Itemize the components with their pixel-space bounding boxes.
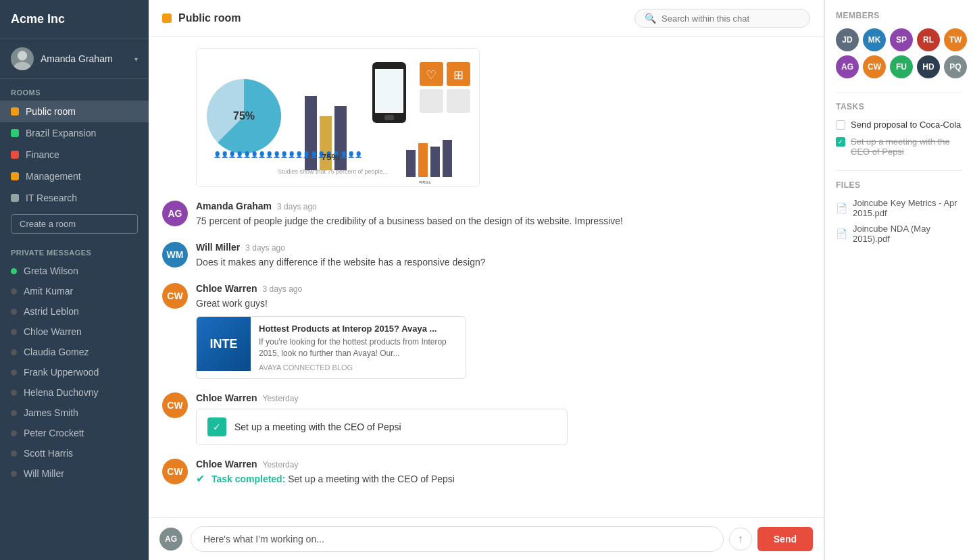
link-preview-card[interactable]: INTE Hottest Products at Interop 2015? A… [196,316,466,379]
pm-item-james[interactable]: James Smith [0,403,149,423]
member-avatar[interactable]: AG [836,55,859,78]
divider [836,92,962,93]
online-status-dot [11,410,17,416]
online-status-dot [11,329,17,335]
sidebar-item-public-room[interactable]: Public room [0,101,149,122]
send-button[interactable]: Send [757,527,813,551]
pm-item-astrid[interactable]: Astrid Leblon [0,301,149,322]
search-input[interactable] [662,14,800,24]
member-avatar[interactable]: HD [917,55,940,78]
member-avatar[interactable]: RL [917,28,940,51]
online-status-dot [11,309,17,315]
online-status-dot [11,471,17,477]
infographic-image: 75% [196,48,480,187]
pm-item-peter[interactable]: Peter Crockett [0,423,149,443]
link-preview-thumbnail: INTE [197,317,251,371]
app-title: Acme Inc [0,0,149,39]
pm-item-greta[interactable]: Greta Wilson [0,261,149,281]
link-preview-body: Hottest Products at Interop 2015? Avaya … [251,317,466,378]
online-status-dot [11,390,17,396]
member-avatar[interactable]: CW [863,55,886,78]
pm-item-claudia[interactable]: Claudia Gomez [0,342,149,362]
message-header: Chloe Warren Yesterday [196,459,810,469]
task-card: ✓ Set up a meeting with the CEO of Pepsi [196,409,568,445]
pm-name: Astrid Leblon [24,306,79,317]
online-status-dot [11,370,17,376]
task-completed-message: ✔ Task completed: Set up a meeting with … [196,472,810,485]
message-header: Chloe Warren 3 days ago [196,283,810,294]
input-avatar: AG [159,528,182,551]
member-avatar[interactable]: JD [836,28,859,51]
sidebar-item-management[interactable]: Management [0,166,149,187]
pm-item-helena[interactable]: Helena Duchovny [0,382,149,403]
chat-header: Public room 🔍 [149,0,824,37]
task-item: Send proposal to Coca-Cola [836,120,962,130]
pm-item-will[interactable]: Will Miller [0,463,149,484]
member-avatar[interactable]: PQ [944,55,967,78]
member-avatar[interactable]: TW [944,28,967,51]
message-group: WM Will Miller 3 days ago Does it makes … [162,242,810,270]
message-content: Chloe Warren Yesterday ✔ Task completed:… [196,459,810,485]
pm-item-scott[interactable]: Scott Harris [0,443,149,463]
avatar: CW [162,283,188,309]
message-text: Great work guys! [196,297,810,311]
file-icon: 📄 [836,203,847,213]
sidebar: Acme Inc Amanda Graham ▾ ROOMS Public ro… [0,0,149,560]
sidebar-item-finance[interactable]: Finance [0,144,149,166]
pm-section-label: PRIVATE MESSAGES [0,239,149,261]
task-completed-label: Task completed: [211,474,285,484]
sidebar-item-brazil-expansion[interactable]: Brazil Expansion [0,122,149,144]
file-icon: 📄 [836,228,847,239]
member-avatar[interactable]: SP [890,28,913,51]
room-color-dot [11,194,19,202]
create-room-button[interactable]: Create a room [11,214,138,234]
pm-item-frank[interactable]: Frank Upperwood [0,362,149,382]
check-circle-icon: ✔ [196,473,205,484]
pm-item-amit[interactable]: Amit Kumar [0,281,149,301]
avatar: CW [162,459,188,484]
svg-text:75%: 75% [322,152,339,162]
user-profile[interactable]: Amanda Graham ▾ [0,39,149,79]
sidebar-item-it-research[interactable]: IT Research [0,187,149,209]
svg-text:Studies show that 75 percent o: Studies show that 75 percent of people..… [278,168,388,175]
task-check-icon: ✓ [207,417,226,436]
room-color-dot [11,107,19,116]
member-avatar[interactable]: FU [890,55,913,78]
pm-name: Peter Crockett [24,428,84,438]
upload-button[interactable]: ↑ [729,528,752,551]
user-name: Amanda Graham [41,53,134,64]
task-label: Send proposal to Coca-Cola [851,120,961,130]
pm-name: Claudia Gomez [24,347,89,357]
svg-rect-16 [447,89,470,113]
files-section: FILES 📄 Joincube Key Metrics - Apr 2015.… [836,180,962,244]
room-label: Management [26,171,81,182]
message-author: Will Miller [196,242,240,253]
pm-item-chloe[interactable]: Chloe Warren [0,322,149,342]
divider [836,170,962,171]
chevron-down-icon: ▾ [134,55,138,63]
task-checkbox-done[interactable]: ✓ [836,137,845,147]
message-content: Will Miller 3 days ago Does it makes any… [196,242,810,270]
member-avatar[interactable]: MK [863,28,886,51]
svg-point-0 [18,51,27,60]
file-item[interactable]: 📄 Joincube NDA (May 2015).pdf [836,224,962,244]
task-checkbox[interactable] [836,120,845,130]
room-label: IT Research [26,193,77,203]
file-name: Joincube NDA (May 2015).pdf [853,224,962,244]
svg-rect-22 [443,140,452,177]
message-content: Amanda Graham 3 days ago 75 percent of p… [196,201,810,228]
task-label: Set up a meeting with the CEO of Pepsi [851,136,962,157]
pm-name: James Smith [24,407,78,418]
task-item: ✓ Set up a meeting with the CEO of Pepsi [836,136,962,157]
message-time: 3 days ago [277,202,317,211]
svg-rect-12 [376,70,403,112]
files-title: FILES [836,180,962,190]
members-section: MEMBERS JD MK SP RL TW AG CW FU HD PQ [836,11,962,78]
message-input[interactable] [191,526,724,552]
file-item[interactable]: 📄 Joincube Key Metrics - Apr 2015.pdf [836,198,962,218]
right-panel: MEMBERS JD MK SP RL TW AG CW FU HD PQ TA… [824,0,973,560]
search-bar[interactable]: 🔍 [634,9,810,28]
task-completed-text: Set up a meeting with the CEO of Pepsi [288,474,455,484]
svg-text:♡: ♡ [426,68,436,82]
tasks-section: TASKS Send proposal to Coca-Cola ✓ Set u… [836,102,962,157]
